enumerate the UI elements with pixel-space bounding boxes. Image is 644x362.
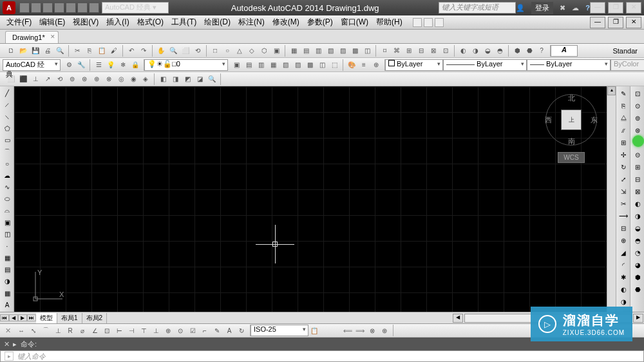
ucs-icon[interactable]: ◈	[140, 73, 151, 85]
qat-redo-icon[interactable]	[89, 3, 99, 13]
explode-icon[interactable]: ✱	[618, 271, 629, 283]
close-tab-icon[interactable]: ✕	[50, 33, 55, 40]
layer-icon[interactable]: ▦	[267, 59, 279, 71]
region-icon[interactable]: ◑	[1, 276, 13, 287]
rectangle-icon[interactable]: ▭	[1, 135, 13, 146]
workspace-select[interactable]: AutoCAD 经典 ▾	[102, 2, 169, 14]
menu-help[interactable]: 帮助(H)	[372, 15, 406, 29]
dimstyle-select[interactable]: ISO-25	[251, 325, 308, 336]
notification-bubble[interactable]	[632, 135, 644, 147]
xline-icon[interactable]: ⟋	[1, 99, 13, 110]
fillet-icon[interactable]: ◜	[618, 259, 629, 271]
redo-icon[interactable]: ↷	[138, 45, 149, 57]
line-icon[interactable]: ╱	[1, 88, 13, 99]
match-icon[interactable]: 🖌	[108, 45, 120, 57]
minimize-button[interactable]: —	[590, 2, 605, 14]
spline-icon[interactable]: ∿	[1, 182, 13, 193]
doc-minimize-button[interactable]: —	[590, 17, 605, 28]
tab-prev[interactable]: ◀	[9, 314, 18, 321]
tool-icon[interactable]: ▤	[300, 45, 312, 57]
tool-icon[interactable]: ◐	[632, 198, 643, 209]
menu-draw[interactable]: 绘图(D)	[200, 15, 234, 29]
dim-linear-icon[interactable]: ↔	[15, 325, 27, 336]
dim-space-icon[interactable]: ⊤	[138, 325, 149, 336]
cloud-icon[interactable]: ☁	[572, 4, 579, 12]
extend-icon[interactable]: ⟶	[618, 210, 629, 222]
dim-aligned-icon[interactable]: ⤡	[28, 325, 39, 336]
tool-icon[interactable]: ◐	[457, 45, 469, 57]
tool-icon[interactable]: ⬢	[511, 45, 523, 57]
color-select[interactable]: ByLayer	[385, 59, 443, 71]
lineweight-select[interactable]: —— ByLayer	[527, 59, 611, 71]
dim-edit-icon[interactable]: ✎	[211, 325, 223, 336]
tool-icon[interactable]: ◑	[632, 210, 643, 222]
tab-layout2[interactable]: 布局2	[82, 313, 108, 323]
tab-last[interactable]: ⏭	[27, 314, 36, 321]
tab-layout1[interactable]: 布局1	[57, 313, 82, 323]
open-icon[interactable]: 📂	[17, 45, 29, 57]
save-icon[interactable]: 💾	[30, 45, 41, 57]
layer-select[interactable]: 💡☀🔓□0	[144, 59, 228, 71]
dim-ctr-icon[interactable]: ⊙	[175, 325, 186, 336]
qat-save-icon[interactable]	[43, 3, 53, 13]
hscroll-left[interactable]: ◀	[453, 314, 463, 323]
nav-up-icon[interactable]: ⊗	[366, 325, 378, 336]
dim-jog-icon[interactable]: ⌐	[199, 325, 211, 336]
ucs-icon[interactable]: ⊥	[30, 73, 41, 85]
menu-file[interactable]: 文件(F)	[3, 15, 35, 29]
copy-icon[interactable]: ⎘	[618, 100, 629, 111]
zoom-previous-icon[interactable]: ⟲	[192, 45, 204, 57]
ucs-icon[interactable]: ⊚	[66, 73, 78, 85]
palette-close-icon[interactable]: ✕	[3, 327, 13, 335]
tool-icon[interactable]: ⊠	[428, 45, 439, 57]
tool-icon[interactable]: ◫	[361, 45, 373, 57]
ucs-icon[interactable]: ⟲	[54, 73, 66, 85]
app-logo[interactable]: A	[3, 1, 15, 14]
erase-icon[interactable]: ✎	[618, 88, 629, 99]
close-button[interactable]: ✕	[626, 2, 641, 14]
zoom-realtime-icon[interactable]: 🔍	[167, 45, 179, 57]
tool-icon[interactable]: ⊚	[632, 112, 643, 124]
wcs-badge[interactable]: WCS	[558, 152, 584, 163]
tool-icon[interactable]: ○	[222, 45, 233, 57]
ucs-icon[interactable]: ⊕	[91, 73, 102, 85]
nav-fwd-icon[interactable]: ⟹	[354, 325, 366, 336]
layer-states-icon[interactable]: 💡	[105, 59, 117, 71]
qat-saveas-icon[interactable]	[54, 3, 64, 13]
tool-icon[interactable]: ◔	[632, 247, 643, 258]
tool-icon[interactable]: △	[234, 45, 245, 57]
mtext-icon[interactable]: A	[1, 300, 13, 310]
tool-icon[interactable]: ▣	[270, 45, 282, 57]
qat-new-icon[interactable]	[19, 3, 30, 13]
tool-icon[interactable]: ⬢	[632, 271, 643, 283]
viewcube-face[interactable]: 上	[561, 110, 582, 130]
circle-icon[interactable]: ○	[1, 158, 13, 169]
scale-icon[interactable]: ⤢	[618, 173, 629, 185]
tool-icon[interactable]: ◇	[246, 45, 258, 57]
draw-icon[interactable]: ⬛	[17, 73, 29, 85]
tool-icon[interactable]: ◕	[632, 259, 643, 271]
file-tab[interactable]: Drawing1* ✕	[5, 31, 59, 43]
search-input[interactable]: 键入关键字或短语	[439, 2, 516, 14]
tool-icon[interactable]: ◒	[482, 45, 493, 57]
dim-dia-icon[interactable]: ⌀	[77, 325, 88, 336]
hscroll-right[interactable]: ▶	[633, 314, 643, 323]
plot-icon[interactable]: 🖨	[42, 45, 53, 57]
maximize-button[interactable]: ❐	[608, 2, 623, 14]
ellipse-icon[interactable]: ⬭	[1, 193, 13, 204]
qat-undo-icon[interactable]	[77, 3, 88, 13]
view-icon[interactable]: 🔍	[206, 73, 218, 85]
gradient-icon[interactable]: ▤	[1, 264, 13, 275]
layer-lock-icon[interactable]: 🔒	[129, 59, 141, 71]
exchange-icon[interactable]: ✖	[560, 4, 565, 12]
dim-tedit-icon[interactable]: A	[223, 325, 235, 336]
menu-window[interactable]: 窗口(W)	[337, 15, 372, 29]
menu-tools[interactable]: 工具(T)	[167, 15, 200, 29]
command-input[interactable]: ▸ 键入命令	[0, 350, 644, 362]
dim-ord-icon[interactable]: ⊥	[52, 325, 64, 336]
login-button[interactable]: 登录	[531, 2, 553, 14]
menu-edit[interactable]: 编辑(E)	[35, 15, 69, 29]
workspace-icon[interactable]: 🔧	[75, 59, 87, 71]
tool-icon[interactable]: ⊝	[632, 149, 643, 160]
arc-icon[interactable]: ⌒	[1, 146, 13, 157]
